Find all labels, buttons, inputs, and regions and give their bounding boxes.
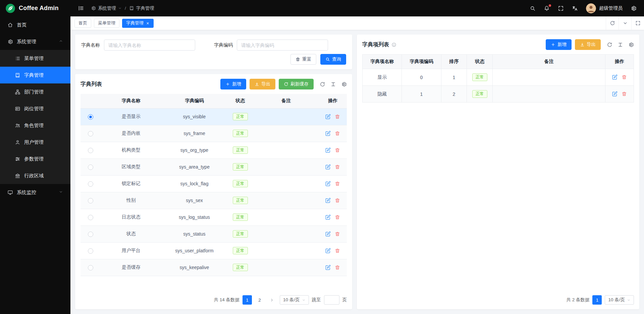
- page-size-select[interactable]: 10 条/页: [280, 295, 309, 305]
- breadcrumb-dict-mgmt[interactable]: 字典管理: [129, 5, 154, 11]
- table-row[interactable]: 是否显示 sys_visible 正常: [80, 108, 347, 125]
- fullscreen-button[interactable]: [558, 5, 564, 11]
- edit-button[interactable]: [324, 247, 332, 254]
- page-button-1[interactable]: 1: [243, 295, 252, 305]
- sidebar-item-dept-mgmt[interactable]: 部门管理: [0, 83, 70, 100]
- language-button[interactable]: [572, 5, 578, 11]
- dict-name-cell: 性别: [101, 192, 162, 209]
- delete-button[interactable]: [333, 147, 341, 153]
- sidebar-item-post-mgmt[interactable]: 岗位管理: [0, 100, 70, 117]
- delete-button[interactable]: [333, 180, 341, 187]
- sidebar-item-system-mgmt[interactable]: 系统管理: [0, 33, 70, 50]
- edit-button[interactable]: [611, 90, 619, 97]
- table-row[interactable]: 机构类型 sys_org_type 正常: [80, 142, 347, 159]
- row-radio[interactable]: [88, 248, 93, 254]
- breadcrumb-system-mgmt[interactable]: 系统管理: [91, 5, 122, 11]
- row-radio[interactable]: [88, 181, 93, 187]
- next-page-button[interactable]: [267, 295, 277, 305]
- query-button[interactable]: 查询: [320, 54, 346, 65]
- edit-button[interactable]: [324, 264, 332, 271]
- row-radio[interactable]: [88, 148, 93, 153]
- column-settings-button[interactable]: [330, 81, 336, 87]
- edit-button[interactable]: [324, 180, 332, 187]
- row-radio[interactable]: [88, 165, 93, 170]
- table-row[interactable]: 是否内嵌 sys_frame 正常: [80, 125, 347, 142]
- page-button-1[interactable]: 1: [592, 295, 602, 305]
- reset-button[interactable]: 重置: [290, 54, 316, 65]
- user-menu[interactable]: 超级管理员: [586, 3, 623, 13]
- export-dict-item-button[interactable]: 导出: [575, 39, 601, 50]
- delete-button[interactable]: [333, 130, 341, 137]
- sidebar-item-role-mgmt[interactable]: 角色管理: [0, 117, 70, 134]
- delete-button[interactable]: [333, 247, 341, 254]
- tab-dict-mgmt[interactable]: 字典管理: [122, 19, 154, 28]
- page-jump-input[interactable]: [324, 295, 339, 305]
- row-radio[interactable]: [88, 114, 93, 120]
- edit-button[interactable]: [324, 164, 332, 170]
- column-settings-button[interactable]: [618, 42, 623, 48]
- sidebar-item-param-mgmt[interactable]: 参数管理: [0, 150, 70, 167]
- sidebar-item-user-mgmt[interactable]: 用户管理: [0, 134, 70, 150]
- edit-button[interactable]: [611, 74, 619, 80]
- page-size-select[interactable]: 10 条/页: [605, 295, 634, 305]
- table-row[interactable]: 是否缓存 sys_keepalive 正常: [80, 259, 347, 276]
- table-settings-button[interactable]: [341, 81, 347, 87]
- row-radio[interactable]: [88, 232, 93, 237]
- notifications-button[interactable]: [544, 5, 550, 11]
- dict-code-input[interactable]: [237, 40, 328, 51]
- global-search-button[interactable]: [530, 5, 536, 11]
- item-sort-cell: 2: [441, 86, 467, 103]
- info-icon[interactable]: [391, 42, 396, 47]
- delete-button[interactable]: [620, 74, 628, 80]
- delete-button[interactable]: [333, 113, 341, 120]
- delete-button[interactable]: [333, 264, 341, 271]
- delete-button[interactable]: [333, 197, 341, 204]
- edit-button[interactable]: [324, 113, 332, 120]
- table-settings-button[interactable]: [628, 42, 634, 48]
- caret-down-icon: [627, 298, 631, 302]
- table-row[interactable]: 性别 sys_sex 正常: [80, 192, 347, 209]
- close-icon[interactable]: [146, 21, 150, 25]
- row-radio[interactable]: [88, 215, 93, 220]
- table-refresh-button[interactable]: [320, 81, 325, 87]
- export-dict-button[interactable]: 导出: [250, 79, 275, 89]
- add-dict-item-button[interactable]: 新增: [546, 39, 572, 50]
- sidebar-toggle-button[interactable]: [78, 5, 84, 11]
- sidebar-item-label: 首页: [17, 22, 26, 28]
- table-row[interactable]: 隐藏 1 2 正常: [363, 86, 634, 103]
- settings-button[interactable]: [631, 5, 637, 11]
- dict-name-input[interactable]: [104, 40, 195, 51]
- sidebar-item-region-mgmt[interactable]: 行政区域: [0, 167, 70, 184]
- sidebar-item-system-monitor[interactable]: 系统监控: [0, 184, 70, 201]
- sidebar-item-home[interactable]: 首页: [0, 16, 70, 33]
- table-row[interactable]: 日志状态 sys_log_status 正常: [80, 209, 347, 226]
- row-radio[interactable]: [88, 198, 93, 203]
- table-refresh-button[interactable]: [607, 42, 612, 48]
- sidebar-item-menu-mgmt[interactable]: 菜单管理: [0, 50, 70, 67]
- page-button-2[interactable]: 2: [255, 295, 264, 305]
- edit-button[interactable]: [324, 214, 332, 221]
- tab-options-button[interactable]: [619, 16, 631, 30]
- tab-home[interactable]: 首页: [74, 19, 91, 28]
- add-dict-button[interactable]: 新增: [220, 79, 246, 89]
- tab-menu-mgmt[interactable]: 菜单管理: [94, 19, 119, 28]
- refresh-tab-button[interactable]: [606, 16, 619, 30]
- sidebar-item-dict-mgmt[interactable]: 字典管理: [0, 67, 70, 83]
- table-row[interactable]: 区域类型 sys_area_type 正常: [80, 159, 347, 175]
- row-radio[interactable]: [88, 131, 93, 136]
- row-radio[interactable]: [88, 265, 93, 270]
- refresh-cache-button[interactable]: 刷新缓存: [279, 79, 314, 89]
- table-row[interactable]: 显示 0 1 正常: [363, 69, 634, 86]
- edit-button[interactable]: [324, 147, 332, 153]
- delete-button[interactable]: [333, 231, 341, 237]
- table-row[interactable]: 锁定标记 sys_lock_flag 正常: [80, 175, 347, 192]
- delete-button[interactable]: [333, 164, 341, 170]
- table-row[interactable]: 状态 sys_status 正常: [80, 226, 347, 242]
- edit-button[interactable]: [324, 197, 332, 204]
- edit-button[interactable]: [324, 130, 332, 137]
- delete-button[interactable]: [333, 214, 341, 221]
- edit-button[interactable]: [324, 231, 332, 237]
- content-fullscreen-button[interactable]: [631, 16, 644, 30]
- delete-button[interactable]: [620, 90, 628, 97]
- table-row[interactable]: 用户平台 sys_user_platform 正常: [80, 242, 347, 259]
